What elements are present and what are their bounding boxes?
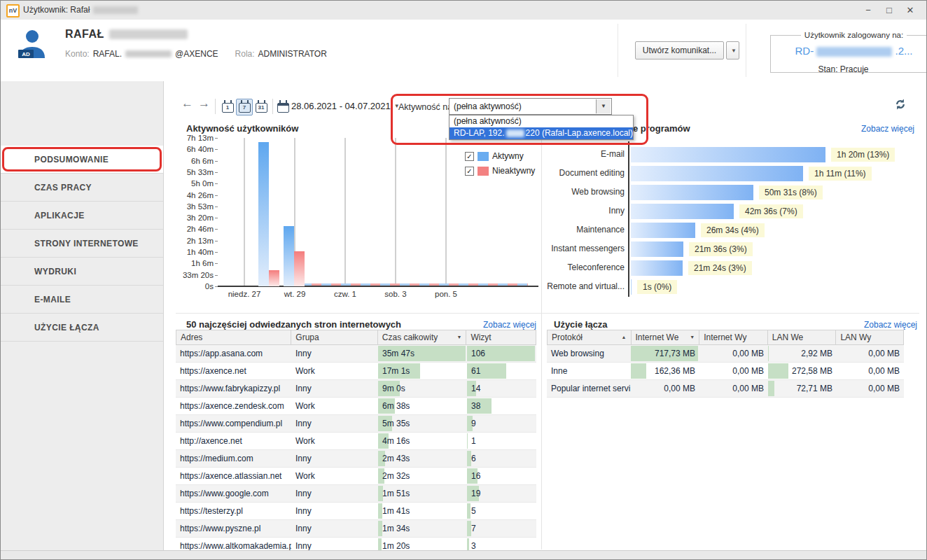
cell-text: Inny	[295, 489, 312, 498]
header-divider	[746, 24, 746, 77]
sidebar-item-podsumowanie[interactable]: PODSUMOWANIE	[1, 146, 163, 174]
main-content: ← → 1 7 31 28.06.2021 - 04.07.2021▼ Akty…	[164, 81, 926, 550]
table-cell: 0,00 MB	[699, 380, 768, 397]
panel-divider	[176, 313, 919, 314]
cell-text: 106	[471, 349, 485, 358]
see-more-link[interactable]: Zobacz więcej	[483, 320, 536, 330]
period-day-button[interactable]: 1	[219, 99, 236, 115]
column-header-1[interactable]: Internet We▼	[632, 330, 700, 344]
column-header-1[interactable]: Grupa	[291, 330, 378, 344]
legend-item[interactable]: ✓Nieaktywny	[465, 166, 535, 176]
column-header-3[interactable]: LAN We	[768, 330, 837, 344]
logged-in-suffix: .2...	[895, 45, 913, 57]
table-cell: 6m 38s	[378, 398, 467, 414]
column-header-2[interactable]: Czas całkowity▼	[378, 330, 467, 344]
sidebar-item-e-maile[interactable]: E-MAILE	[1, 286, 163, 314]
table-row[interactable]: https://medium.comInny2m 43s6	[176, 450, 536, 468]
table-row[interactable]: https://testerzy.plInny1m 41s5	[176, 503, 536, 520]
cell-value-bar	[631, 363, 646, 379]
column-header-0[interactable]: Adres	[176, 330, 291, 344]
gridline	[344, 138, 346, 286]
see-more-link[interactable]: Zobacz więcej	[861, 124, 914, 134]
column-header-3[interactable]: Wizyt	[466, 330, 536, 344]
table-cell: 17m 1s	[378, 363, 467, 379]
program-usage-row: Remote and virtual...1s (0%)	[543, 278, 926, 297]
activity-source-combobox[interactable]: (pełna aktywność) ▼	[449, 98, 612, 115]
y-axis-tick	[215, 172, 218, 173]
sort-desc-icon[interactable]: ▼	[456, 330, 461, 344]
table-cell: https://www.fabrykapizzy.pl	[176, 380, 291, 397]
sidebar-item-wydruki[interactable]: WYDRUKI	[1, 258, 163, 286]
program-category-label: Inny	[543, 206, 625, 216]
y-axis-tick-label: 0s	[176, 282, 214, 290]
minimize-icon[interactable]: −	[858, 1, 879, 20]
column-header-4[interactable]: LAN Wy	[836, 330, 903, 344]
cell-text: 7	[471, 524, 476, 533]
x-axis-tick-label: pon. 5	[421, 290, 471, 298]
app-icon: nV	[6, 4, 20, 18]
chevron-down-icon[interactable]: ▼	[596, 99, 611, 113]
logged-in-prefix: RD-	[795, 45, 814, 57]
table-row[interactable]: https://axence.netWork17m 1s61	[176, 363, 536, 380]
table-row[interactable]: https://www.altkomakademia.plInny1m 20s3	[176, 538, 536, 550]
date-range-picker[interactable]: 28.06.2021 - 04.07.2021▼	[291, 101, 400, 111]
prev-period-icon[interactable]: ←	[181, 97, 193, 111]
program-usage-row: Inny42m 36s (7%)	[543, 202, 926, 221]
table-row[interactable]: https://www.fabrykapizzy.plInny9m 0s14	[176, 380, 536, 398]
table-row[interactable]: https://www.compendium.plInny5m 35s9	[176, 415, 536, 433]
sidebar-item-aplikacje[interactable]: APLIKACJE	[1, 202, 163, 230]
x-axis-tick-label: wt. 29	[270, 290, 319, 298]
dropdown-option-prefix: RD-LAP, 192.	[454, 127, 505, 139]
x-axis-tick-label: niedz. 27	[220, 290, 269, 298]
table-cell: 272,58 MB	[768, 363, 837, 379]
close-icon[interactable]: ✕	[900, 1, 921, 20]
table-row[interactable]: https://www.pyszne.plInny1m 34s7	[176, 520, 536, 538]
sidebar-item-czas-pracy[interactable]: CZAS PRACY	[1, 174, 163, 202]
table-cell: 2,92 MB	[768, 345, 837, 362]
table-row[interactable]: https://www.google.comInny1m 51s19	[176, 485, 536, 503]
sort-asc-icon[interactable]: ▲	[622, 330, 627, 344]
table-cell: 7	[467, 520, 536, 537]
bandwidth-usage-panel: Użycie łącza Zobacz więcej Protokół▲Inte…	[547, 319, 919, 550]
program-category-label: Remote and virtual...	[543, 281, 625, 291]
table-row[interactable]: http://axence.netWork4m 16s1	[176, 433, 536, 450]
y-axis-tick-label: 3h 20m	[176, 214, 214, 222]
see-more-link[interactable]: Zobacz więcej	[864, 320, 917, 330]
column-header-2[interactable]: Internet Wy	[699, 330, 768, 344]
cell-text: 72,71 MB	[797, 384, 832, 393]
maximize-icon[interactable]: □	[879, 1, 900, 20]
table-row[interactable]: Inne162,36 MB0,00 MB272,58 MB0,00 MB	[547, 363, 904, 380]
cell-text: 61	[471, 366, 480, 376]
dropdown-option-0[interactable]: (pełna aktywność)	[449, 115, 633, 127]
cell-text: Inny	[295, 524, 312, 533]
create-message-button[interactable]: Utwórz komunikat...	[635, 41, 724, 59]
sort-desc-icon[interactable]: ▼	[690, 330, 695, 344]
refresh-icon[interactable]	[894, 98, 907, 111]
logged-in-host-link[interactable]: RD- .2...	[779, 45, 927, 57]
sidebar-item-strony-internetowe[interactable]: STRONY INTERNETOWE	[1, 230, 163, 258]
user-avatar: AD	[18, 29, 47, 62]
toolbar-separator	[272, 99, 273, 114]
top-websites-panel: 50 najczęściej odwiedzanych stron intern…	[176, 319, 538, 550]
period-month-button[interactable]: 31	[253, 99, 270, 115]
table-row[interactable]: https://app.asana.comInny35m 47s106	[176, 345, 536, 363]
create-message-dropdown-button[interactable]: ▼	[726, 41, 739, 59]
sidebar-item-uzycie-acza[interactable]: UŻYCIE ŁĄCZA	[1, 314, 163, 342]
legend-checkbox[interactable]: ✓	[465, 152, 474, 161]
dropdown-option-1[interactable]: RD-LAP, 192.220 (Rafal-Lap.axence.local)	[449, 127, 633, 139]
period-week-button[interactable]: 7	[236, 99, 253, 115]
table-row[interactable]: https://axence.atlassian.netWork2m 32s16	[176, 468, 536, 485]
next-period-icon[interactable]: →	[198, 97, 210, 111]
table-row[interactable]: https://axence.zendesk.comWork6m 38s38	[176, 398, 536, 415]
panel-divider	[541, 118, 542, 550]
window-title: Użytkownik: Rafał	[23, 1, 138, 20]
calendar-month-icon: 31	[256, 103, 267, 113]
cell-text: Inny	[295, 454, 312, 463]
table-row[interactable]: Popular internet servi...0,00 MB0,00 MB7…	[547, 380, 904, 398]
table-cell: 35m 47s	[378, 345, 467, 362]
column-header-0[interactable]: Protokół▲	[548, 330, 632, 344]
legend-checkbox[interactable]: ✓	[465, 167, 474, 176]
table-cell: https://axence.net	[176, 363, 291, 379]
legend-item[interactable]: ✓Aktywny	[465, 151, 535, 161]
table-row[interactable]: Web browsing717,73 MB0,00 MB2,92 MB0,00 …	[547, 345, 904, 363]
